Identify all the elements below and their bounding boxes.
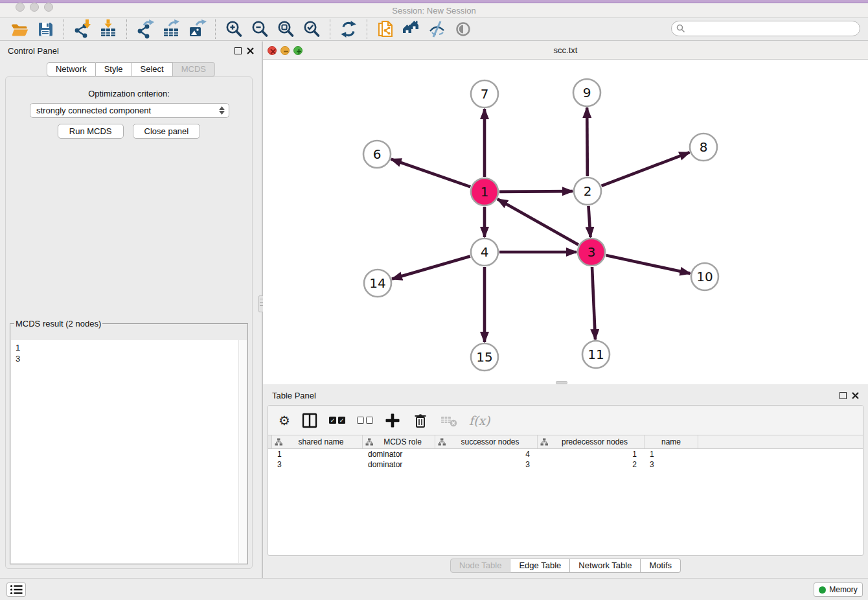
cell-shared-name[interactable]: 3 bbox=[272, 460, 363, 469]
criterion-select[interactable]: strongly connected component bbox=[30, 103, 229, 118]
graph-edge-2-8[interactable] bbox=[602, 152, 690, 186]
tab-select[interactable]: Select bbox=[132, 62, 173, 76]
cell-mcds-role[interactable]: dominator bbox=[363, 460, 435, 469]
tab-mcds[interactable]: MCDS bbox=[173, 62, 215, 76]
tab-network-table[interactable]: Network Table bbox=[570, 559, 641, 573]
run-mcds-button[interactable]: Run MCDS bbox=[58, 124, 124, 139]
graph-node-11[interactable]: 11 bbox=[582, 341, 610, 368]
import-network-icon[interactable] bbox=[69, 19, 95, 40]
close-table-panel-icon[interactable] bbox=[852, 392, 859, 399]
new-network-from-selection-icon[interactable] bbox=[372, 19, 398, 40]
add-column-icon[interactable] bbox=[385, 413, 400, 428]
search-field[interactable] bbox=[671, 21, 860, 36]
cell-successor-nodes[interactable]: 3 bbox=[435, 460, 538, 469]
tab-network[interactable]: Network bbox=[47, 62, 96, 76]
table-panel-title: Table Panel bbox=[272, 391, 316, 400]
tab-style[interactable]: Style bbox=[96, 62, 132, 76]
select-stepper-icon bbox=[219, 106, 225, 115]
memory-button[interactable]: Memory bbox=[814, 583, 863, 597]
tab-node-table[interactable]: Node Table bbox=[450, 559, 511, 573]
zoom-fit-icon[interactable] bbox=[273, 19, 299, 40]
network-canvas[interactable]: 7968124314101511 bbox=[263, 60, 868, 384]
graph-node-9[interactable]: 9 bbox=[573, 79, 600, 106]
tab-edge-table[interactable]: Edge Table bbox=[510, 559, 570, 573]
graph-node-14[interactable]: 14 bbox=[364, 270, 391, 297]
minimize-network-button[interactable] bbox=[280, 46, 290, 55]
function-builder-icon[interactable]: f(x) bbox=[469, 413, 490, 428]
save-session-icon[interactable] bbox=[32, 19, 58, 40]
delete-column-icon[interactable] bbox=[412, 412, 429, 429]
svg-text:7: 7 bbox=[481, 86, 489, 102]
window-titlebar: Session: New Session bbox=[0, 3, 868, 18]
open-session-icon[interactable] bbox=[6, 19, 32, 40]
column-header-predecessor-nodes[interactable]: predecessor nodes bbox=[538, 435, 645, 448]
graph-node-6[interactable]: 6 bbox=[363, 141, 391, 168]
task-history-button[interactable] bbox=[6, 583, 26, 597]
delete-table-icon[interactable] bbox=[440, 413, 457, 428]
close-network-button[interactable] bbox=[268, 46, 277, 55]
table-row[interactable]: 3 dominator 3 2 3 bbox=[268, 459, 863, 470]
cell-shared-name[interactable]: 1 bbox=[272, 450, 363, 459]
column-header-mcds-role[interactable]: MCDS role bbox=[363, 435, 435, 448]
show-columns-icon[interactable] bbox=[302, 413, 317, 428]
graph-node-8[interactable]: 8 bbox=[690, 133, 717, 161]
column-header-successor-nodes[interactable]: successor nodes bbox=[435, 435, 538, 448]
graph-edge-4-14[interactable] bbox=[392, 256, 470, 279]
refresh-icon[interactable] bbox=[336, 19, 361, 40]
float-panel-icon[interactable] bbox=[234, 47, 242, 54]
show-all-icon[interactable] bbox=[450, 19, 476, 40]
table-settings-icon[interactable]: ⚙ bbox=[279, 414, 290, 427]
graph-node-1[interactable]: 1 bbox=[471, 178, 498, 205]
unselect-all-icon[interactable] bbox=[357, 417, 373, 424]
graph-node-2[interactable]: 2 bbox=[574, 178, 601, 205]
export-table-icon[interactable] bbox=[158, 19, 184, 40]
zoom-window-button[interactable] bbox=[44, 3, 53, 12]
hide-selected-icon[interactable] bbox=[424, 19, 450, 40]
close-panel-button[interactable]: Close panel bbox=[133, 124, 201, 139]
graph-edge-3-11[interactable] bbox=[592, 267, 595, 340]
cell-successor-nodes[interactable]: 4 bbox=[435, 450, 538, 459]
column-header-name[interactable]: name bbox=[645, 435, 698, 448]
graph-edge-2-9[interactable] bbox=[587, 108, 588, 176]
minimize-window-button[interactable] bbox=[30, 3, 39, 12]
cell-mcds-role[interactable]: dominator bbox=[363, 450, 435, 459]
table-row[interactable]: 1 dominator 4 1 1 bbox=[268, 449, 863, 459]
cell-name[interactable]: 1 bbox=[645, 450, 698, 459]
column-header-shared-name[interactable]: shared name bbox=[272, 435, 363, 448]
float-table-panel-icon[interactable] bbox=[839, 392, 847, 399]
import-table-icon[interactable] bbox=[95, 19, 121, 40]
zoom-in-icon[interactable] bbox=[221, 19, 247, 40]
export-network-icon[interactable] bbox=[132, 19, 158, 40]
cell-name[interactable]: 3 bbox=[645, 460, 698, 469]
table-panel-header: Table Panel bbox=[263, 387, 868, 403]
graph-edge-3-10[interactable] bbox=[606, 255, 690, 273]
column-tree-icon bbox=[275, 438, 282, 446]
zoom-network-button[interactable] bbox=[293, 46, 303, 55]
zoom-out-icon[interactable] bbox=[247, 19, 273, 40]
svg-text:3: 3 bbox=[588, 244, 596, 260]
search-input[interactable] bbox=[688, 23, 860, 34]
result-scrollbar[interactable] bbox=[238, 340, 247, 563]
mcds-result-list[interactable]: 1 3 bbox=[11, 340, 247, 563]
graph-node-15[interactable]: 15 bbox=[471, 343, 498, 371]
tab-motifs[interactable]: Motifs bbox=[641, 559, 681, 573]
network-window-titlebar[interactable]: scc.txt bbox=[263, 41, 868, 60]
graph-edge-2-3[interactable] bbox=[588, 206, 590, 237]
cell-predecessor-nodes[interactable]: 2 bbox=[538, 460, 645, 469]
zoom-selected-icon[interactable] bbox=[299, 19, 325, 40]
select-all-icon[interactable]: ✓✓ bbox=[329, 417, 345, 424]
close-window-button[interactable] bbox=[16, 3, 25, 12]
graph-edge-3-1[interactable] bbox=[497, 199, 578, 244]
close-panel-icon[interactable] bbox=[247, 47, 254, 54]
export-image-icon[interactable] bbox=[184, 19, 210, 40]
graph-node-4[interactable]: 4 bbox=[471, 238, 498, 266]
status-bar: Memory bbox=[0, 578, 868, 600]
graph-edge-1-2[interactable] bbox=[499, 191, 573, 192]
graph-edge-1-6[interactable] bbox=[391, 159, 471, 187]
graph-node-7[interactable]: 7 bbox=[471, 80, 498, 108]
home-icon[interactable] bbox=[398, 19, 424, 40]
graph-node-3[interactable]: 3 bbox=[578, 238, 605, 266]
graph-node-10[interactable]: 10 bbox=[691, 263, 718, 290]
cell-predecessor-nodes[interactable]: 1 bbox=[538, 450, 645, 459]
network-window-title: scc.txt bbox=[554, 45, 578, 55]
